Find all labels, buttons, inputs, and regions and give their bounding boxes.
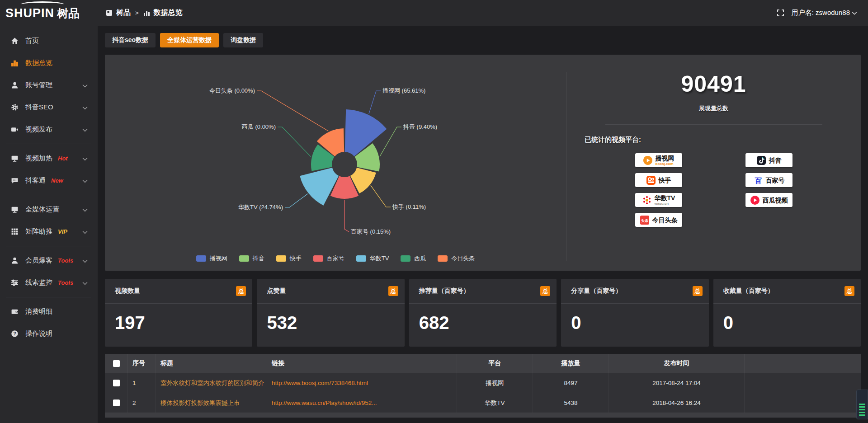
videos-table: 序号标题链接平台播放量发布时间1室外水纹灯和室内水纹灯的区别和简介http://… — [105, 354, 861, 418]
logo-text-cn: 树品 — [57, 6, 80, 21]
chart-legend: 播视网抖音快手百家号华数TV西瓜今日头条 — [105, 254, 566, 263]
breadcrumb-home[interactable]: 树品 — [116, 8, 131, 18]
summary-area: 90491 展现量总数 已统计的视频平台: 播视网boosj.com快手华数TV… — [566, 55, 861, 271]
sidebar-item-label: 首页 — [25, 37, 39, 45]
sidebar-item-5[interactable]: 视频加热Hot — [0, 147, 98, 169]
row-checkbox[interactable] — [113, 380, 120, 386]
sidebar-item-0[interactable]: 首页 — [0, 30, 98, 52]
legend-item-5[interactable]: 西瓜 — [401, 254, 426, 263]
total-impressions-label: 展现量总数 — [699, 104, 728, 113]
table-header-row: 序号标题链接平台播放量发布时间 — [105, 354, 861, 373]
pie-label-1: 抖音 (9.40%) — [403, 123, 437, 130]
sidebar-item-11[interactable]: 消费明细 — [0, 301, 98, 323]
platform-badges: 播视网boosj.com快手华数TVwasu.cn头条今日头条抖音百百家号西瓜视… — [635, 153, 793, 227]
col-header-time: 发布时间 — [609, 354, 744, 373]
cell-title-link[interactable]: 室外水纹灯和室内水纹灯的区别和简介 — [156, 373, 267, 393]
select-all-checkbox[interactable] — [113, 360, 120, 367]
col-header-platform: 平台 — [457, 354, 533, 373]
sidebar-divider — [6, 297, 91, 297]
total-badge[interactable]: 总 — [693, 286, 703, 296]
sidebar-item-label: 抖音SEO — [25, 103, 53, 112]
platform-name: 播视网 — [656, 155, 675, 161]
baijiahao-logo-icon: 百 — [753, 175, 763, 185]
user-icon — [11, 81, 19, 89]
stat-card-header: 点赞量总 — [257, 279, 404, 304]
home-icon — [11, 37, 19, 45]
sidebar-item-2[interactable]: 账号管理 — [0, 74, 98, 96]
platform-name: 百家号 — [766, 177, 785, 183]
platform-name: 抖音 — [769, 157, 782, 164]
tab-1[interactable]: 全媒体运营数据 — [160, 33, 219, 47]
pie-label-3: 百家号 (0.15%) — [351, 228, 391, 235]
stat-card-value: 0 — [723, 313, 861, 333]
sidebar-item-6[interactable]: 抖客通New — [0, 169, 98, 192]
pie-label-2: 快手 (0.11%) — [392, 203, 426, 210]
chevron-down-icon — [82, 81, 88, 89]
legend-item-0[interactable]: 播视网 — [196, 254, 227, 263]
col-header-empty — [744, 354, 861, 373]
sidebar-item-label: 操作说明 — [25, 329, 52, 338]
sidebar-item-badge: VIP — [58, 228, 67, 235]
brand-logo[interactable]: SHUPIN 树品 — [0, 0, 98, 26]
breadcrumb-current[interactable]: 数据总览 — [154, 8, 183, 18]
cell-url-link[interactable]: http://www.wasu.cn/Play/show/id/952... — [267, 393, 457, 413]
wasu-logo-icon — [642, 195, 652, 205]
total-badge[interactable]: 总 — [540, 286, 550, 296]
total-badge[interactable]: 总 — [844, 286, 854, 296]
top-header: 树品 > 数据总览 用户名: zswodun88 — [98, 0, 868, 26]
floating-widget[interactable] — [856, 390, 868, 419]
sidebar-item-1[interactable]: 数据总览 — [0, 52, 98, 74]
legend-item-6[interactable]: 今日头条 — [438, 254, 475, 263]
sidebar-item-9[interactable]: 会员爆客Tools — [0, 249, 98, 272]
tab-0[interactable]: 抖音seo数据 — [105, 33, 156, 47]
cell-url-link[interactable]: http://www.boosj.com/7338468.html — [267, 373, 457, 393]
sidebar-nav: 首页数据总览账号管理抖音SEO视频发布视频加热Hot抖客通New全媒体运营矩阵助… — [0, 26, 98, 345]
logo-text-en: SHUPIN — [5, 6, 54, 20]
stat-card-2: 推荐量（百家号）总682 — [409, 279, 557, 347]
chevron-down-icon — [82, 206, 88, 213]
cell-title-link[interactable]: 楼体投影灯投影效果震撼上市 — [156, 393, 267, 413]
monitor-icon — [11, 206, 19, 213]
logo-arc-icon — [21, 1, 64, 8]
sidebar: SHUPIN 树品 首页数据总览账号管理抖音SEO视频发布视频加热Hot抖客通N… — [0, 0, 98, 423]
grid-icon — [11, 228, 19, 235]
gear-icon — [11, 103, 19, 111]
sidebar-item-4[interactable]: 视频发布 — [0, 118, 98, 141]
total-badge[interactable]: 总 — [236, 286, 246, 296]
username[interactable]: 用户名: zswodun88 — [792, 9, 857, 17]
sidebar-item-7[interactable]: 全媒体运营 — [0, 198, 98, 221]
legend-label: 西瓜 — [414, 254, 426, 263]
legend-item-3[interactable]: 百家号 — [313, 254, 344, 263]
sidebar-item-label: 数据总览 — [25, 59, 52, 67]
platform-name: 快手 — [659, 177, 671, 183]
fullscreen-icon[interactable] — [777, 9, 784, 17]
pie-slice-4[interactable] — [300, 168, 339, 206]
legend-swatch — [239, 255, 249, 262]
legend-item-4[interactable]: 华数TV — [356, 254, 389, 263]
legend-swatch — [438, 255, 448, 262]
stat-card-1: 点赞量总532 — [257, 279, 404, 347]
col-header-plays: 播放量 — [533, 354, 609, 373]
legend-item-1[interactable]: 抖音 — [239, 254, 264, 263]
total-badge[interactable]: 总 — [388, 286, 398, 296]
sidebar-item-12[interactable]: ?操作说明 — [0, 323, 98, 345]
cell-time: 2018-04-26 16:24 — [609, 393, 744, 413]
horizontal-divider — [605, 124, 822, 125]
sidebar-item-badge: New — [51, 177, 63, 184]
chevron-down-icon — [82, 126, 88, 133]
platform-subtext: wasu.cn — [655, 202, 669, 206]
tab-2[interactable]: 询盘数据 — [223, 33, 263, 47]
stat-card-value: 532 — [267, 313, 404, 333]
row-checkbox[interactable] — [113, 400, 120, 406]
sidebar-item-8[interactable]: 矩阵助推VIP — [0, 221, 98, 243]
sidebar-item-3[interactable]: 抖音SEO — [0, 96, 98, 118]
stat-card-value: 682 — [419, 313, 557, 333]
chevron-down-icon — [852, 11, 857, 15]
chat-icon — [11, 177, 19, 184]
sidebar-item-10[interactable]: 线索监控Tools — [0, 272, 98, 294]
platform-badge-0: 播视网boosj.com — [635, 153, 682, 167]
legend-item-2[interactable]: 快手 — [276, 254, 302, 263]
svg-text:?: ? — [13, 331, 16, 336]
platform-badge-4: 抖音 — [745, 153, 793, 167]
platform-badge-2: 华数TVwasu.cn — [635, 193, 682, 207]
